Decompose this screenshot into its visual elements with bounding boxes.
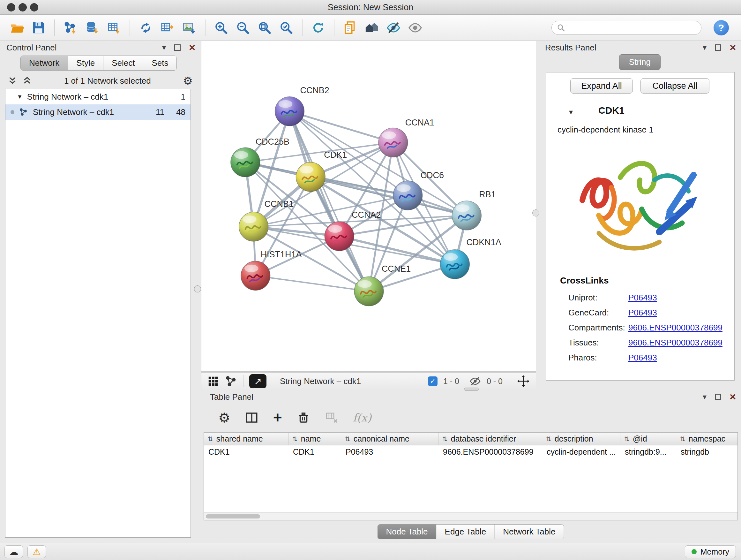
show-all-views-button[interactable] — [362, 18, 381, 37]
crosslink-tissues-link[interactable]: 9606.ENSP00000378699 — [628, 338, 723, 348]
help-button[interactable]: ? — [714, 20, 729, 36]
tab-node-table[interactable]: Node Table — [378, 524, 436, 539]
network-canvas[interactable]: CCNB2CCNA1CDC25BCDK1CDC6RB1CCNB1CCNA2CDK… — [201, 41, 536, 372]
network-tree-child-row[interactable]: String Network – cdk1 11 48 — [5, 105, 191, 120]
column-header-name[interactable]: ⇅name — [288, 433, 341, 445]
trash-icon[interactable] — [297, 411, 310, 424]
tab-sets[interactable]: Sets — [143, 56, 177, 70]
collapse-all-icon[interactable] — [8, 76, 17, 85]
edge-HIST1H1A-CCNE1[interactable] — [256, 276, 369, 292]
window-zoom-button[interactable] — [30, 3, 38, 11]
disclosure-triangle-icon[interactable]: ▼ — [17, 94, 23, 100]
network-node-CDC6[interactable] — [393, 181, 422, 210]
splitter-grip-horizontal[interactable] — [464, 388, 479, 391]
export-image-button[interactable] — [180, 18, 199, 37]
expand-all-button[interactable]: Expand All — [570, 78, 633, 94]
column-header-canonical-name[interactable]: ⇅canonical name — [341, 433, 439, 445]
network-node-CCNA1[interactable] — [379, 128, 408, 157]
network-tree-root-row[interactable]: ▼ String Network – cdk1 1 — [5, 89, 191, 105]
control-panel-close-button[interactable]: × — [189, 43, 195, 52]
export-table-button[interactable] — [158, 18, 177, 37]
edge-CCNB2-CCNE1[interactable] — [289, 111, 369, 292]
tab-network-table[interactable]: Network Table — [495, 524, 563, 539]
tab-string[interactable]: String — [619, 54, 661, 70]
search-input[interactable] — [568, 23, 693, 32]
control-panel-float-button[interactable]: ▾ — [162, 44, 166, 51]
expand-all-icon[interactable] — [22, 76, 32, 85]
results-panel-float-button[interactable]: ▾ — [703, 44, 706, 51]
hide-selected-button[interactable] — [384, 18, 403, 37]
table-settings-gear-icon[interactable]: ⚙ — [218, 410, 230, 426]
zoom-out-button[interactable] — [233, 18, 252, 37]
table-row[interactable]: CDK1 CDK1 P06493 9606.ENSP00000378699 cy… — [204, 445, 738, 458]
tab-style[interactable]: Style — [68, 56, 104, 70]
network-node-CCNB2[interactable] — [275, 97, 305, 126]
import-network-file-button[interactable] — [61, 18, 80, 37]
splitter-handle-left[interactable] — [194, 286, 201, 293]
crosslink-uniprot-link[interactable]: P06493 — [628, 293, 657, 303]
window-minimize-button[interactable] — [18, 3, 27, 11]
horizontal-scrollbar[interactable] — [204, 512, 738, 520]
show-hidden-button[interactable] — [406, 18, 424, 37]
column-header-id[interactable]: ⇅@id — [620, 433, 676, 445]
divider — [546, 102, 734, 102]
table-panel-maximize-button[interactable] — [715, 394, 721, 400]
column-header-database-identifier[interactable]: ⇅database identifier — [439, 433, 542, 445]
table-panel-close-button[interactable]: × — [730, 392, 736, 401]
view-indicator-icon — [10, 110, 14, 114]
crosslink-pharos-link[interactable]: P06493 — [628, 353, 657, 363]
network-node-CDK1[interactable] — [296, 162, 325, 192]
add-column-icon[interactable]: + — [273, 410, 282, 425]
zoom-fit-button[interactable] — [255, 18, 274, 37]
arrows-cycle-icon — [138, 20, 153, 35]
import-network-database-button[interactable] — [83, 18, 102, 37]
duplicate-network-button[interactable] — [341, 18, 359, 37]
tab-edge-table[interactable]: Edge Table — [436, 524, 495, 539]
import-table-button[interactable] — [105, 18, 123, 37]
network-node-CDKN1A[interactable] — [441, 250, 470, 279]
network-node-CCNA2[interactable] — [325, 222, 354, 251]
column-header-namespace[interactable]: ⇅namespac — [676, 433, 737, 445]
apply-layout-button[interactable] — [309, 18, 327, 37]
table-panel-float-button[interactable]: ▾ — [703, 393, 706, 401]
zoom-selected-button[interactable] — [277, 18, 295, 37]
network-node-CCNB1[interactable] — [239, 212, 268, 241]
crosslink-genecard-link[interactable]: P06493 — [628, 308, 657, 318]
control-panel-maximize-button[interactable] — [174, 44, 181, 51]
search-box[interactable] — [551, 21, 701, 35]
network-arrows-button[interactable] — [137, 18, 155, 37]
hidden-eye-icon[interactable] — [469, 375, 481, 387]
tab-network[interactable]: Network — [21, 56, 68, 70]
edge-CCNB2-CCNA1[interactable] — [289, 111, 393, 143]
node-label-CDK1: CDK1 — [324, 150, 347, 160]
column-header-description[interactable]: ⇅description — [542, 433, 620, 445]
grid-view-icon[interactable] — [207, 375, 219, 387]
column-header-shared-name[interactable]: ⇅shared name — [204, 433, 288, 445]
cloud-status-button[interactable]: ☁ — [4, 545, 23, 558]
network-icon — [19, 107, 28, 117]
pan-crosshair-icon[interactable] — [517, 374, 530, 388]
window-close-button[interactable] — [7, 3, 15, 11]
splitter-handle-right[interactable] — [532, 209, 539, 216]
warnings-button[interactable]: ⚠ — [27, 545, 46, 558]
network-node-RB1[interactable] — [452, 201, 481, 230]
results-panel-close-button[interactable]: × — [730, 43, 736, 52]
open-session-button[interactable] — [8, 18, 26, 37]
results-panel-maximize-button[interactable] — [715, 44, 721, 51]
network-overview-icon[interactable] — [225, 375, 237, 387]
selected-checkbox-icon[interactable]: ✓ — [428, 376, 437, 386]
crosslink-compartments-link[interactable]: 9606.ENSP00000378699 — [628, 323, 723, 333]
gear-icon[interactable]: ⚙ — [183, 74, 193, 87]
scrollbar-thumb[interactable] — [206, 514, 260, 518]
section-collapse-icon[interactable]: ▾ — [569, 108, 573, 117]
tab-select[interactable]: Select — [104, 56, 143, 70]
save-session-button[interactable] — [29, 18, 48, 37]
show-columns-icon[interactable] — [245, 411, 259, 424]
zoom-in-button[interactable] — [212, 18, 230, 37]
network-node-CDC25B[interactable] — [231, 147, 260, 177]
collapse-all-button[interactable]: Collapse All — [641, 78, 710, 94]
open-in-new-window-button[interactable]: ↗ — [249, 374, 266, 388]
memory-button[interactable]: Memory — [685, 545, 736, 558]
network-node-CCNE1[interactable] — [354, 277, 384, 306]
network-node-HIST1H1A[interactable] — [241, 261, 270, 291]
